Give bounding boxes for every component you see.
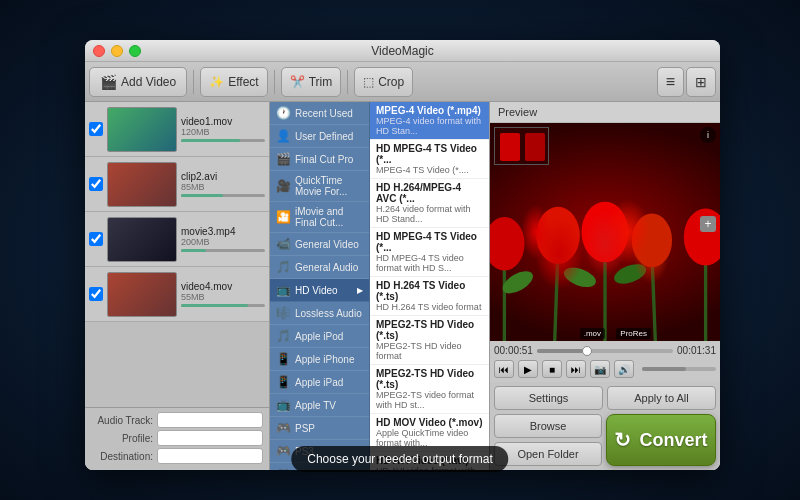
video-item-1[interactable]: video1.mov 120MB: [85, 102, 269, 157]
format-item-7[interactable]: MPEG2-TS HD Video (*.ts) MPEG2-TS video …: [370, 365, 489, 414]
category-ipod[interactable]: 🎵 Apple iPod: [270, 325, 369, 348]
preview-thumbnail: [494, 127, 549, 165]
minimize-button[interactable]: [111, 45, 123, 57]
ga-icon: 🎵: [276, 260, 291, 274]
preview-plus-button[interactable]: +: [700, 216, 716, 232]
svg-line-4: [652, 254, 655, 341]
control-buttons: ⏮ ▶ ■ ⏭ 📷 🔊: [494, 360, 716, 378]
category-lossless[interactable]: 🎼 Lossless Audio: [270, 302, 369, 325]
apply-to-all-button[interactable]: Apply to All: [607, 386, 716, 410]
category-label: Final Cut Pro: [295, 154, 353, 165]
browse-folder-group: Browse Open Folder: [494, 414, 602, 466]
video-progress-bar-1: [181, 139, 240, 142]
video-progress-2: [181, 194, 265, 197]
settings-button[interactable]: Settings: [494, 386, 603, 410]
volume-slider[interactable]: [642, 367, 716, 371]
close-button[interactable]: [93, 45, 105, 57]
stop-button[interactable]: ■: [542, 360, 562, 378]
progress-thumb[interactable]: [582, 346, 592, 356]
add-video-label: Add Video: [121, 75, 176, 89]
video-checkbox-4[interactable]: [89, 287, 103, 301]
video-size-2: 85MB: [181, 182, 265, 192]
category-label: Apple iPad: [295, 377, 343, 388]
preview-area: + i .mov ProRes: [490, 123, 720, 341]
category-general-audio[interactable]: 🎵 General Audio: [270, 256, 369, 279]
progress-track[interactable]: [537, 349, 673, 353]
ps3-icon: 🎮: [276, 444, 291, 458]
video-name-3: movie3.mp4: [181, 226, 265, 237]
video-checkbox-2[interactable]: [89, 177, 103, 191]
add-video-icon: 🎬: [100, 74, 117, 90]
browse-button[interactable]: Browse: [494, 414, 602, 438]
category-recent-used[interactable]: 🕐 Recent Used: [270, 102, 369, 125]
video-checkbox-3[interactable]: [89, 232, 103, 246]
prev-button[interactable]: ⏮: [494, 360, 514, 378]
progress-fill: [537, 349, 585, 353]
list-view-button[interactable]: [657, 67, 684, 97]
format-item-6[interactable]: MPEG2-TS HD Video (*.ts) MPEG2-TS HD vid…: [370, 316, 489, 365]
time-end: 00:01:31: [677, 345, 716, 356]
action-buttons: Settings Apply to All Browse Open Folder…: [490, 382, 720, 470]
left-panel: video1.mov 120MB clip2.avi 85MB: [85, 102, 270, 470]
format-item-5[interactable]: HD H.264 TS Video (*.ts) HD H.264 TS vid…: [370, 277, 489, 316]
window-title: VideoMagic: [371, 44, 433, 58]
video-info-3: movie3.mp4 200MB: [181, 226, 265, 252]
convert-icon: ↻: [614, 428, 631, 452]
format-name-3: HD H.264/MPEG-4 AVC (*...: [376, 182, 483, 204]
destination-value[interactable]: [157, 448, 263, 464]
category-imovie[interactable]: 🎦 iMovie and Final Cut...: [270, 202, 369, 233]
video-item-3[interactable]: movie3.mp4 200MB: [85, 212, 269, 267]
ipad-icon: 📱: [276, 375, 291, 389]
category-iphone[interactable]: 📱 Apple iPhone: [270, 348, 369, 371]
trim-button[interactable]: ✂️ Trim: [281, 67, 342, 97]
video-thumb-inner-3: [108, 218, 176, 261]
audio-track-label: Audio Track:: [91, 415, 153, 426]
add-video-button[interactable]: 🎬 Add Video: [89, 67, 187, 97]
category-final-cut[interactable]: 🎬 Final Cut Pro: [270, 148, 369, 171]
category-appletv[interactable]: 📺 Apple TV: [270, 394, 369, 417]
video-item-2[interactable]: clip2.avi 85MB: [85, 157, 269, 212]
video-item-4[interactable]: video4.mov 55MB: [85, 267, 269, 322]
format-badge: .mov: [580, 328, 605, 339]
category-ipad[interactable]: 📱 Apple iPad: [270, 371, 369, 394]
category-user-defined[interactable]: 👤 User Defined: [270, 125, 369, 148]
grid-view-button[interactable]: [686, 67, 716, 97]
atv-icon: 📺: [276, 398, 291, 412]
profile-value[interactable]: [157, 430, 263, 446]
category-general-video[interactable]: 📹 General Video: [270, 233, 369, 256]
open-folder-button[interactable]: Open Folder: [494, 442, 602, 466]
video-thumb-inner-4: [108, 273, 176, 316]
next-button[interactable]: ⏭: [566, 360, 586, 378]
format-desc-1: MPEG-4 video format with HD Stan...: [376, 116, 483, 136]
la-icon: 🎼: [276, 306, 291, 320]
toolbar: 🎬 Add Video ✨ Effect ✂️ Trim ⬚ Crop: [85, 62, 720, 102]
format-item-4[interactable]: HD MPEG-4 TS Video (*... HD MPEG-4 TS vi…: [370, 228, 489, 277]
camera-button[interactable]: 📷: [590, 360, 610, 378]
preview-info-button[interactable]: i: [700, 127, 716, 143]
svg-line-2: [555, 249, 558, 341]
category-label: HD Video: [295, 285, 338, 296]
video-checkbox-1[interactable]: [89, 122, 103, 136]
effect-button[interactable]: ✨ Effect: [200, 67, 267, 97]
audio-track-value[interactable]: [157, 412, 263, 428]
format-name-2: HD MPEG-4 TS Video (*...: [376, 143, 483, 165]
format-desc-6: MPEG2-TS HD video format: [376, 341, 483, 361]
format-item-1[interactable]: MPEG-4 Video (*.mp4) MPEG-4 video format…: [370, 102, 489, 140]
category-label: Apple TV: [295, 400, 336, 411]
convert-label: Convert: [639, 430, 707, 451]
maximize-button[interactable]: [129, 45, 141, 57]
play-button[interactable]: ▶: [518, 360, 538, 378]
crop-icon: ⬚: [363, 75, 374, 89]
category-psp[interactable]: 🎮 PSP: [270, 417, 369, 440]
convert-button[interactable]: ↻ Convert: [606, 414, 716, 466]
svg-rect-16: [525, 133, 545, 161]
volume-button[interactable]: 🔊: [614, 360, 634, 378]
preview-controls: 00:00:51 00:01:31 ⏮ ▶ ■ ⏭ 📷 🔊: [490, 341, 720, 382]
category-quicktime[interactable]: 🎥 QuickTime Movie For...: [270, 171, 369, 202]
crop-button[interactable]: ⬚ Crop: [354, 67, 413, 97]
category-hd-video[interactable]: 📺 HD Video ▶: [270, 279, 369, 302]
format-item-2[interactable]: HD MPEG-4 TS Video (*... MPEG-4 TS Video…: [370, 140, 489, 179]
audio-track-row: Audio Track:: [91, 412, 263, 428]
format-item-3[interactable]: HD H.264/MPEG-4 AVC (*... H.264 video fo…: [370, 179, 489, 228]
format-list: MPEG-4 Video (*.mp4) MPEG-4 video format…: [370, 102, 489, 470]
